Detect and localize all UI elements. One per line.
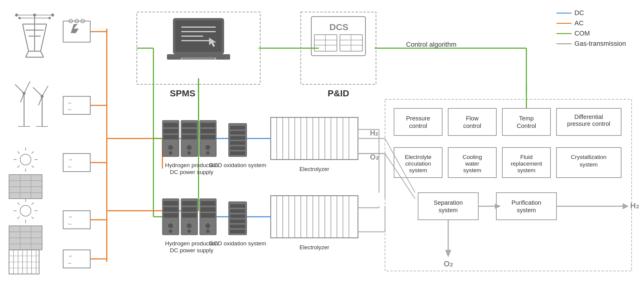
spms-box [137,12,260,84]
electrolyte-label: Electrolyte [405,154,432,160]
svg-text:−: − [69,213,72,221]
flow-control-label2: control [463,123,481,129]
hp-dc-2 [162,199,216,235]
svg-rect-134 [496,193,556,220]
svg-rect-203 [230,214,245,218]
diff-pressure-label2: pressure control [567,120,610,127]
cooling-label: Cooling [463,154,482,160]
separation-label: Separation [434,199,463,206]
electrolyzer2-label: Electrolyzer [299,244,329,250]
svg-rect-34 [63,96,90,114]
svg-line-25 [15,84,24,93]
svg-point-199 [206,229,210,233]
hp-dc1-label2: DC power supply [170,169,214,175]
o2-label-1: O₂ [370,153,379,161]
svg-marker-138 [445,250,451,257]
svg-point-149 [187,145,192,150]
svg-line-26 [20,93,24,102]
svg-rect-140 [163,123,178,127]
flow-control-label: Flow [466,115,479,122]
svg-point-192 [187,223,192,228]
main-svg: ~ ~ [0,0,644,283]
svg-point-144 [169,151,172,155]
diff-pressure-label: Differential [574,114,603,120]
svg-rect-190 [182,207,197,212]
pressure-control-label: Pressure [406,115,430,122]
svg-point-198 [205,223,210,228]
svg-rect-206 [230,230,245,233]
inverter-battery: − ~ [63,250,90,268]
svg-point-13 [48,17,51,19]
svg-rect-164 [271,117,358,160]
svg-text:~: ~ [68,163,72,171]
svg-text:−: − [69,156,72,163]
inverter-solar-1: − ~ [63,154,90,172]
svg-rect-83 [63,250,90,268]
svg-marker-230 [495,204,501,209]
svg-rect-185 [163,213,178,218]
solar-panel-1 [9,148,42,199]
svg-text:~: ~ [68,260,72,267]
svg-rect-146 [182,123,197,127]
svg-rect-153 [201,129,215,133]
svg-line-14 [26,51,29,57]
svg-point-10 [33,14,36,17]
god-2 [229,202,247,235]
god2-label: GOD oxidation system [209,240,266,247]
svg-rect-163 [230,151,245,155]
svg-line-24 [24,81,30,93]
svg-line-43 [32,151,34,154]
svg-line-59 [17,217,20,219]
spms-label: SPMS [170,88,195,98]
purification-label: Purification [512,199,541,206]
svg-line-58 [32,203,34,205]
svg-rect-189 [182,201,197,206]
electrolyzer-2 [271,196,358,238]
svg-rect-154 [201,135,215,139]
crystallization-label2: system [580,161,598,168]
hp-dc2-label2: DC power supply [170,247,214,253]
electrolyte-label3: system [409,167,427,173]
svg-rect-161 [230,141,245,145]
electrolyzer-1 [271,117,358,160]
svg-rect-158 [230,126,245,129]
svg-point-155 [205,145,210,150]
svg-line-4 [23,24,29,51]
svg-rect-205 [230,225,245,228]
svg-point-143 [168,145,173,150]
control-algorithm-label: Control algorithm [406,41,457,48]
diagram-container: DC AC COM Gas-transmission [0,0,644,283]
fluid-label3: system [517,167,535,173]
svg-rect-195 [201,201,215,206]
svg-rect-202 [230,209,245,213]
transformer-1 [63,19,90,42]
svg-point-193 [187,229,191,233]
svg-rect-162 [230,146,245,150]
svg-point-156 [206,151,210,155]
svg-rect-110 [183,57,214,60]
svg-point-150 [187,151,191,155]
svg-rect-147 [182,129,197,133]
svg-line-42 [17,151,20,154]
svg-line-32 [39,96,42,105]
separation-label2: system [439,207,458,213]
svg-line-31 [33,87,42,96]
svg-line-60 [32,217,34,219]
svg-text:−: − [69,252,72,260]
electrolyzer1-label: Electrolyzer [299,166,329,172]
svg-rect-159 [230,131,245,135]
fluid-label: Fluid [520,154,532,160]
svg-rect-204 [230,219,245,223]
svg-text:~: ~ [68,220,72,228]
inverter-solar-2: − ~ [63,211,90,229]
svg-rect-201 [230,204,245,208]
svg-rect-184 [163,207,178,212]
svg-rect-207 [271,196,358,238]
svg-rect-160 [230,136,245,140]
svg-point-9 [15,14,18,17]
svg-rect-67 [63,154,90,172]
hp-dc-1 [162,120,216,157]
svg-rect-70 [63,211,90,229]
cooling-label3: system [463,167,481,173]
pressure-control-label2: control [409,123,427,129]
